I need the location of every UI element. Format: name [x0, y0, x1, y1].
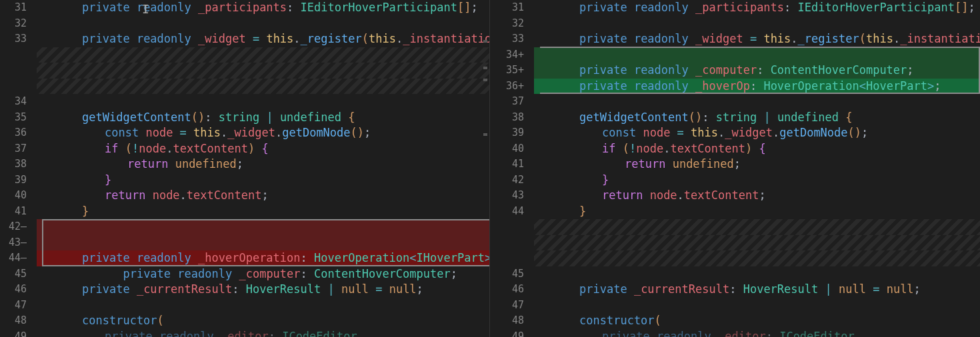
line-number[interactable]: 37: [490, 94, 534, 110]
line-number[interactable]: 35: [0, 110, 37, 126]
line-number[interactable]: 42—: [0, 219, 37, 235]
code-line[interactable]: }: [534, 204, 980, 220]
code-line-empty[interactable]: [37, 94, 489, 110]
code-line-inserted[interactable]: private readonly _computer: ContentHover…: [534, 63, 980, 79]
diff-spacer: [37, 79, 489, 95]
code-content-left[interactable]: private readonly _participants: IEditorH…: [37, 0, 489, 337]
code-line[interactable]: getWidgetContent(): string | undefined {: [37, 110, 489, 126]
line-number[interactable]: 46: [0, 282, 37, 298]
line-number[interactable]: 32: [0, 16, 37, 32]
code-line-deleted[interactable]: [37, 219, 489, 235]
diff-spacer: [37, 63, 489, 79]
line-number[interactable]: 38: [0, 157, 37, 172]
line-number[interactable]: 45: [0, 266, 37, 282]
minimap-left[interactable]: [483, 0, 488, 337]
code-token: ContentHoverComputer: [314, 267, 451, 280]
gutter-left[interactable]: 31 32 33 34 35 36 37 38 39 40 41 42— 43—…: [0, 0, 37, 337]
line-number[interactable]: 41: [490, 157, 534, 172]
line-number[interactable]: 33: [0, 31, 37, 47]
line-number[interactable]: 44: [490, 204, 534, 220]
line-number[interactable]: 43: [490, 188, 534, 204]
line-number[interactable]: 31: [490, 0, 534, 16]
code-line[interactable]: if (!node.textContent) {: [534, 141, 980, 157]
line-number[interactable]: 40: [0, 188, 37, 204]
code-line-empty[interactable]: [534, 16, 980, 32]
line-number[interactable]: 39: [0, 172, 37, 188]
line-number[interactable]: 31: [0, 0, 37, 16]
code-line-empty[interactable]: [534, 266, 980, 282]
code-line[interactable]: }: [37, 172, 489, 188]
line-number[interactable]: 37: [0, 141, 37, 157]
code-line-empty[interactable]: [37, 16, 489, 32]
line-number[interactable]: 42: [490, 172, 534, 188]
line-number[interactable]: 49: [490, 329, 534, 338]
code-line[interactable]: return undefined;: [37, 157, 489, 172]
code-line[interactable]: private readonly _widget = this._registe…: [534, 31, 980, 47]
code-line[interactable]: private readonly _editor: ICodeEditor,: [534, 329, 980, 338]
code-token: :: [287, 1, 300, 14]
code-line-empty[interactable]: I: [37, 298, 489, 314]
code-line[interactable]: private readonly _participants: IEditorH…: [37, 0, 489, 16]
code-line-deleted[interactable]: private readonly _computer: ContentHover…: [37, 235, 489, 251]
line-number[interactable]: 41: [0, 204, 37, 220]
code-line[interactable]: }: [37, 204, 489, 220]
line-number[interactable]: 46: [490, 282, 534, 298]
line-number[interactable]: 36: [0, 125, 37, 141]
code-line[interactable]: private _currentResult: HoverResult | nu…: [37, 282, 489, 298]
line-number[interactable]: 45: [490, 266, 534, 282]
code-line[interactable]: const node = this._widget.getDomNode();: [37, 125, 489, 141]
code-line[interactable]: if (!node.textContent) {: [37, 141, 489, 157]
line-number[interactable]: 43—: [0, 235, 37, 251]
line-number: [0, 47, 37, 63]
code-line-inserted[interactable]: private readonly _hoverOp: HoverOperatio…: [534, 79, 980, 95]
line-number[interactable]: 40: [490, 141, 534, 157]
code-token: ContentHoverComputer: [771, 63, 907, 77]
line-number[interactable]: 35+: [490, 63, 534, 79]
line-number[interactable]: 44—: [0, 250, 37, 266]
code-line[interactable]: getWidgetContent(): string | undefined {: [534, 110, 980, 126]
line-number[interactable]: 32: [490, 16, 534, 32]
line-number[interactable]: 48: [0, 313, 37, 329]
line-number[interactable]: 39: [490, 125, 534, 141]
text-cursor-icon: I: [142, 1, 143, 15]
line-number: [0, 79, 37, 95]
code-line[interactable]: constructor(: [534, 313, 980, 329]
code-line[interactable]: return node.textContent;: [534, 188, 980, 204]
code-token: (): [848, 126, 861, 139]
diff-modified-pane[interactable]: 31 32 33 34+ 35+ 36+ 37 38 39 40 41 42 4…: [490, 0, 980, 337]
code-token: _editor: [718, 330, 766, 338]
code-token: node: [636, 142, 663, 155]
code-line[interactable]: return node.textContent;: [37, 188, 489, 204]
code-line-inserted[interactable]: [534, 47, 980, 63]
line-number[interactable]: 33: [490, 31, 534, 47]
line-number[interactable]: 34+: [490, 47, 534, 63]
code-line[interactable]: const node = this._widget.getDomNode();: [534, 125, 980, 141]
code-token: ;: [968, 1, 975, 14]
code-line-empty[interactable]: [534, 298, 980, 314]
code-token: private: [82, 282, 137, 296]
line-number[interactable]: 38: [490, 110, 534, 126]
gutter-right[interactable]: 31 32 33 34+ 35+ 36+ 37 38 39 40 41 42 4…: [490, 0, 534, 337]
code-line[interactable]: }: [534, 172, 980, 188]
code-content-right[interactable]: private readonly _participants: IEditorH…: [534, 0, 980, 337]
line-number[interactable]: 36+: [490, 79, 534, 95]
line-number[interactable]: 34: [0, 94, 37, 110]
line-number[interactable]: 48: [490, 313, 534, 329]
code-token: private: [579, 79, 634, 93]
diff-original-pane[interactable]: 31 32 33 34 35 36 37 38 39 40 41 42— 43—…: [0, 0, 490, 337]
diff-sash[interactable]: [490, 0, 491, 337]
line-number[interactable]: 47: [490, 298, 534, 314]
code-token: =: [369, 282, 389, 296]
code-token: undefined: [673, 157, 734, 170]
line-number[interactable]: 47: [0, 298, 37, 314]
code-token: string: [219, 111, 259, 124]
code-line[interactable]: return undefined;: [534, 157, 980, 172]
code-line-empty[interactable]: [534, 94, 980, 110]
code-line[interactable]: private _currentResult: HoverResult | nu…: [534, 282, 980, 298]
code-line[interactable]: private readonly _editor: ICodeEditor,: [37, 329, 489, 338]
code-line[interactable]: private readonly _participants: IEditorH…: [534, 0, 980, 16]
code-line[interactable]: constructor(: [37, 313, 489, 329]
code-line[interactable]: private readonly _widget = this._registe…: [37, 31, 489, 47]
line-number[interactable]: 49: [0, 329, 37, 338]
code-token: .: [293, 32, 300, 45]
